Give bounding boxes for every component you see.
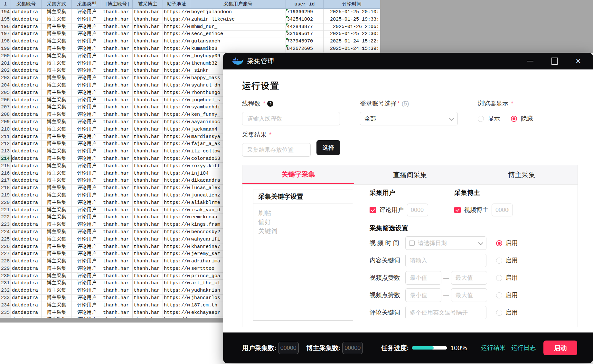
cell[interactable]: thanh.har: [102, 250, 133, 258]
video-likes-max-field[interactable]: [455, 274, 483, 282]
cell[interactable]: datdeptra: [11, 177, 42, 185]
cell[interactable]: datdeptra: [11, 89, 42, 97]
cell[interactable]: https://w: [163, 199, 190, 207]
cell[interactable]: datdeptra: [11, 258, 42, 265]
corner-cell[interactable]: 1: [0, 0, 11, 9]
cell[interactable]: 评论用户: [72, 38, 102, 45]
row-number[interactable]: 220: [0, 199, 11, 207]
cell[interactable]: datdeptra: [11, 199, 42, 207]
cell[interactable]: thanh.har: [102, 273, 133, 280]
cell[interactable]: thanh.har: [133, 163, 163, 170]
cell[interactable]: 2025-01-25 22:30:: [324, 31, 380, 38]
cell[interactable]: thanh.har: [133, 104, 163, 111]
cell[interactable]: datdeptra: [11, 67, 42, 75]
cell[interactable]: thanh.har: [133, 141, 163, 148]
cell[interactable]: 博主采集: [42, 280, 72, 287]
cell[interactable]: 评论用户: [72, 265, 102, 273]
cell[interactable]: https://w: [163, 170, 190, 177]
cell[interactable]: thanh.har: [133, 97, 163, 104]
row-number[interactable]: 204: [0, 82, 11, 89]
cell[interactable]: 评论用户: [72, 221, 102, 229]
video-likes-min-field[interactable]: [409, 274, 438, 282]
cell[interactable]: 评论用户: [72, 9, 102, 16]
choose-button[interactable]: 选择: [316, 140, 340, 155]
row-number[interactable]: 211: [0, 133, 11, 141]
row-number[interactable]: 194: [0, 9, 11, 16]
cell[interactable]: https://w: [163, 207, 190, 214]
cell[interactable]: thanh.har: [133, 185, 163, 192]
cell[interactable]: https://w: [163, 53, 190, 60]
cell[interactable]: 评论用户: [72, 214, 102, 221]
cell[interactable]: 342541002: [286, 16, 324, 23]
cell[interactable]: secc_enince: [190, 31, 286, 38]
run-log-link[interactable]: 运行日志: [511, 344, 536, 352]
cell[interactable]: 2025-01-25 19:33:: [324, 16, 380, 23]
cell[interactable]: thanh.har: [102, 258, 133, 265]
cell[interactable]: 博主采集: [42, 273, 72, 280]
cell[interactable]: thanh.har: [102, 185, 133, 192]
video-likes-min-input[interactable]: [405, 271, 441, 285]
cell[interactable]: thanh.har: [102, 295, 133, 302]
cell[interactable]: datdeptra: [11, 126, 42, 133]
radio-hide[interactable]: [511, 116, 517, 122]
cell[interactable]: 博主采集: [42, 97, 72, 104]
cell[interactable]: 博主采集: [42, 229, 72, 236]
cell[interactable]: thanh.har: [133, 258, 163, 265]
cell[interactable]: https://w: [163, 16, 190, 23]
cell[interactable]: 评论用户: [72, 133, 102, 141]
cell[interactable]: thanh.har: [102, 126, 133, 133]
cell[interactable]: https://w: [163, 221, 190, 229]
row-number[interactable]: 228: [0, 258, 11, 265]
cell[interactable]: thanh.har: [102, 221, 133, 229]
cell[interactable]: 评论用户: [72, 119, 102, 126]
cell[interactable]: 博主采集: [42, 295, 72, 302]
cell[interactable]: thanh.har: [102, 67, 133, 75]
cell[interactable]: 评论用户: [72, 236, 102, 243]
cell[interactable]: thanh.har: [133, 45, 163, 53]
cell[interactable]: 博主采集: [42, 309, 72, 317]
cell[interactable]: 博主采集: [42, 141, 72, 148]
column-header[interactable]: 采集账号: [11, 0, 42, 9]
column-header[interactable]: 评论时间: [324, 0, 380, 9]
row-number[interactable]: 222: [0, 214, 11, 221]
cell[interactable]: 评论用户: [72, 148, 102, 155]
cell[interactable]: thanh.har: [133, 295, 163, 302]
cell[interactable]: 博主采集: [42, 170, 72, 177]
result-path-field[interactable]: [247, 146, 306, 154]
close-button[interactable]: ×: [576, 58, 581, 64]
row-number[interactable]: 206: [0, 97, 11, 104]
row-number[interactable]: 201: [0, 60, 11, 68]
cell[interactable]: mhmd_nur_: [190, 23, 286, 31]
cell[interactable]: 博主采集: [42, 9, 72, 16]
cell[interactable]: https://w: [163, 141, 190, 148]
cell[interactable]: 评论用户: [72, 67, 102, 75]
cell[interactable]: gulansanch: [190, 38, 286, 45]
help-icon[interactable]: ?: [267, 101, 273, 107]
cell[interactable]: 评论用户: [72, 199, 102, 207]
cell[interactable]: datdeptra: [11, 16, 42, 23]
row-number[interactable]: 195: [0, 16, 11, 23]
cell[interactable]: https://w: [163, 185, 190, 192]
cell[interactable]: https://w: [163, 236, 190, 243]
cell[interactable]: thanh.har: [133, 280, 163, 287]
cell[interactable]: thanh.har: [133, 199, 163, 207]
cell[interactable]: 博主采集: [42, 250, 72, 258]
cell[interactable]: 评论用户: [72, 177, 102, 185]
cell[interactable]: 博主采集: [42, 133, 72, 141]
cell[interactable]: thanh.har: [133, 111, 163, 119]
cell[interactable]: thanh.har: [133, 236, 163, 243]
column-header[interactable]: 采集用户账号: [190, 0, 286, 9]
content-keyword-field[interactable]: [409, 257, 483, 264]
cell[interactable]: kumamiko8: [190, 45, 286, 53]
cell[interactable]: 博主采集: [42, 199, 72, 207]
cell[interactable]: thanh.har: [102, 280, 133, 287]
row-number[interactable]: 233: [0, 295, 11, 302]
row-number[interactable]: 216: [0, 170, 11, 177]
video-blogger-checkbox[interactable]: [454, 207, 461, 213]
cell[interactable]: 博主采集: [42, 221, 72, 229]
cell[interactable]: thanh.har: [102, 119, 133, 126]
comment-user-count-input[interactable]: [407, 204, 428, 216]
cell[interactable]: 博主采集: [42, 302, 72, 309]
cell[interactable]: thanh.har: [102, 97, 133, 104]
cell[interactable]: 评论用户: [72, 89, 102, 97]
